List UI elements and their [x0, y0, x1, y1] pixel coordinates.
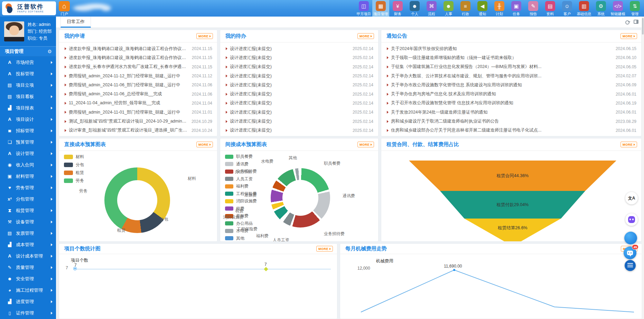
- list-item[interactable]: 关于发放2024年第24批一级建造师注册证书的通知 2024.06.01: [381, 108, 641, 117]
- list-item[interactable]: 设计审查_彭祖新城"四馆"景观工程设计项目_请选择_胡广生_2024-10-2.…: [59, 126, 217, 135]
- sidebar-menu-item[interactable]: A 项目设计: [0, 114, 56, 125]
- assistant-button[interactable]: [625, 213, 638, 226]
- legend-item[interactable]: 人员工资: [225, 175, 257, 183]
- list-item[interactable]: 设计进度汇报(未提交) 2025.02.14: [220, 44, 378, 53]
- sidebar-menu-item[interactable]: x² 分包管理: [0, 193, 56, 205]
- list-item[interactable]: 设计进度汇报(未提交) 2025.02.14: [220, 53, 378, 62]
- data-point-marker[interactable]: [74, 267, 76, 270]
- sidebar-menu-item[interactable]: ♥ 劳务管理: [0, 182, 56, 193]
- legend-item[interactable]: 消防设施费: [225, 197, 257, 205]
- list-item[interactable]: 设计进度汇报(未提交) 2025.02.14: [220, 108, 378, 117]
- more-button[interactable]: MORE: [357, 33, 374, 39]
- sidebar-menu-item[interactable]: ▤ 项目立项: [0, 79, 56, 91]
- panel-title[interactable]: 我的申请: [64, 33, 85, 39]
- chat-bubble-button[interactable]: [624, 232, 637, 244]
- data-point-marker[interactable]: [264, 267, 268, 271]
- sidebar-menu-item[interactable]: ▣ 材料管理: [0, 171, 56, 182]
- funnel[interactable]: 租赁合同44.36% 租赁付款29.04% 租赁结算26.6%: [409, 161, 616, 241]
- list-item[interactable]: 费用报销_admin_2024-11-01_部门经理审批_胡建,_运行中 202…: [59, 108, 217, 117]
- sidebar-menu-item[interactable]: A 市场经营: [0, 57, 56, 68]
- list-item[interactable]: 房和城乡建设厅关于取消二级建造师临时执业证书的公告 2023.08.29: [381, 117, 641, 126]
- panel-title[interactable]: 间接成本预算图表: [225, 141, 267, 148]
- sidebar-menu-item[interactable]: A 设计管理: [0, 148, 56, 159]
- topnav-item[interactable]: ≡ 行政: [457, 0, 474, 17]
- legend-item[interactable]: 租赁: [64, 169, 84, 177]
- sidebar-menu-item[interactable]: A 投标管理: [0, 68, 56, 79]
- list-item[interactable]: 费用报销_admin_2024-11-06_部门经理审批_胡建,_运行中 202…: [59, 80, 217, 89]
- translate-button[interactable]: 文A: [625, 192, 638, 204]
- topnav-item[interactable]: ◀ 通知: [474, 0, 491, 17]
- list-item[interactable]: 费用报销_admin_2024-11-06_总经理审批__完成 2024.11.…: [59, 89, 217, 98]
- list-item[interactable]: 设计进度汇报(未提交) 2025.02.14: [220, 62, 378, 71]
- list-item[interactable]: 关于领取一级注册建造师增项贴的通知（须持一建证书前来领取） 2024.06.10: [381, 53, 641, 62]
- sidebar-menu-item[interactable]: ⧗ 租赁管理: [0, 205, 56, 216]
- list-item[interactable]: 关于2024年国庆节放假安排的通知 2024.06.15: [381, 44, 641, 53]
- form-list-button[interactable]: [625, 260, 636, 271]
- sidebar-menu-item[interactable]: ☻ 安全管理: [0, 273, 56, 284]
- more-button[interactable]: MORE: [196, 142, 213, 147]
- funnel-segment-settlement[interactable]: 租赁结算26.6%: [409, 219, 616, 241]
- sidebar-menu-item[interactable]: A 设计成本管理: [0, 250, 56, 262]
- sidebar-menu-item[interactable]: ▟ 成本管理: [0, 239, 56, 250]
- donut-chart[interactable]: [104, 167, 170, 233]
- topnav-item[interactable]: </> 智能建模: [609, 0, 626, 17]
- sidebar-menu-item[interactable]: ◉ 收入合同: [0, 159, 56, 171]
- sidebar-menu-item[interactable]: ❏ 预算管理: [0, 136, 56, 148]
- list-item[interactable]: 于征集《中国建筑施工行业信息化发展报告（2024）—BIM应用与发展》材料...…: [381, 62, 641, 71]
- funnel-segment-contract[interactable]: 租赁合同44.36%: [409, 161, 616, 191]
- list-item[interactable]: 设计进度汇报(未提交) 2025.02.14: [220, 99, 378, 108]
- list-item[interactable]: 关于举办大数据、云计算技术在城市建设、规划、管理与服务中的应用培训班... 20…: [381, 71, 641, 80]
- legend-item[interactable]: 劳务: [64, 177, 84, 185]
- sidebar-menu-item[interactable]: ◕ 施工过程管理: [0, 284, 56, 296]
- topnav-item[interactable]: ⇅ 管理: [626, 0, 643, 17]
- funnel-segment-payment[interactable]: 租赁付款29.04%: [409, 191, 616, 219]
- legend-item[interactable]: 福利费: [225, 183, 257, 190]
- panel-title[interactable]: 通知公告: [386, 33, 407, 39]
- more-button[interactable]: MORE: [316, 246, 333, 252]
- settings-gear-icon[interactable]: ⚙: [47, 49, 52, 54]
- sidebar-menu-item[interactable]: ▟ 进度管理: [0, 296, 56, 307]
- topnav-item[interactable]: ☻ 个人: [406, 0, 423, 17]
- topnav-item[interactable]: ◫ 甲方项目: [355, 0, 372, 17]
- topnav-item[interactable]: ▦ 项目管理: [372, 0, 389, 17]
- sidebar-menu-item[interactable]: ▤ 项目看板: [0, 91, 56, 102]
- sidebar-menu-item[interactable]: ▯ 证件管理: [0, 307, 56, 319]
- list-item[interactable]: 关于召开市政公用设施智慧化管理 信息技术与应用培训班的通知 2024.06.19: [381, 99, 641, 108]
- list-item[interactable]: 进度款申报_珠海鹤港口建设_珠海鹤港口建设工程合作协议书_admin_... 2…: [59, 53, 217, 62]
- topnav-item[interactable]: ⚙ 系统: [592, 0, 609, 17]
- sidebar-section-header[interactable]: 项目管理 ⚙: [0, 46, 56, 57]
- legend-item[interactable]: 分包: [64, 161, 84, 169]
- list-item[interactable]: 关于举办住房与房地产信息化 技术及应用培训班的通知 2024.06.01: [381, 89, 641, 98]
- more-button[interactable]: MORE: [196, 33, 213, 39]
- donut-chart[interactable]: [271, 168, 330, 228]
- layout-panel-icon[interactable]: [634, 20, 638, 24]
- portal-nav-item[interactable]: ⌂ 门户: [57, 1, 71, 17]
- topnav-item[interactable]: ☺ 客户: [559, 0, 576, 17]
- topnav-item[interactable]: ¥ 财务: [389, 0, 406, 17]
- tab-daily-work[interactable]: 日常工作: [60, 16, 91, 28]
- more-button[interactable]: MORE: [620, 33, 637, 39]
- list-item[interactable]: 进度款申报_珠海鹤港口建设_珠海鹤港口建设工程合作协议书_admin_... 2…: [59, 44, 217, 53]
- panel-title[interactable]: 直接成本预算图表: [64, 141, 106, 148]
- key-icon[interactable]: [625, 19, 630, 24]
- more-button[interactable]: MORE: [357, 142, 374, 147]
- app-logo[interactable]: 泛普软件 FANPU SOFTWARE: [2, 1, 56, 15]
- list-item[interactable]: 费用报销_admin_2024-11-12_部门经理审批_胡建,_运行中 202…: [59, 71, 217, 80]
- legend-item[interactable]: 通讯费: [225, 161, 257, 168]
- legend-item[interactable]: 职员餐费: [225, 153, 257, 161]
- legend-item[interactable]: 材料: [64, 153, 84, 161]
- panel-title[interactable]: 我的待办: [225, 33, 246, 39]
- topnav-item[interactable]: ╫ 计划: [491, 0, 508, 17]
- topnav-item[interactable]: ▥ 基础信息: [576, 0, 592, 17]
- vertical-scrollbar[interactable]: [642, 17, 644, 319]
- more-button[interactable]: MORE: [620, 142, 637, 147]
- sidebar-menu-item[interactable]: ⚒ 设备管理: [0, 216, 56, 228]
- topnav-item[interactable]: ✎ 报告: [525, 0, 542, 17]
- panel-title[interactable]: 项目个数统计图: [64, 245, 101, 252]
- list-item[interactable]: 住房和城乡建设部办公厅关于同意吉林省开展二级建造师注册证书电子化试点... 20…: [381, 126, 641, 135]
- list-item[interactable]: 测试_彭祖新城"四馆"景观工程设计项目_2024-10-29_admin_结束_…: [59, 117, 217, 126]
- legend-item[interactable]: 其他: [225, 235, 257, 242]
- sidebar-menu-item[interactable]: ▟ 项目报表: [0, 102, 56, 114]
- list-item[interactable]: 关于举办市政公用设施数字化管理信息 系统建设与应用培训班的通知 2024.06.…: [381, 80, 641, 89]
- list-item[interactable]: 设计进度汇报(未提交) 2025.02.14: [220, 71, 378, 80]
